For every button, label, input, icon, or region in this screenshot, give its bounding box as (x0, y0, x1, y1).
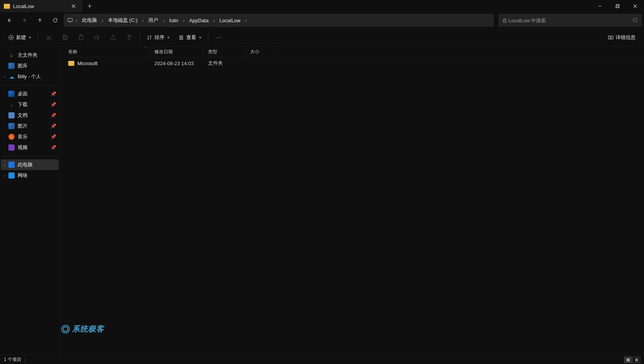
chevron-down-icon: ▾ (199, 35, 201, 39)
maximize-button[interactable] (609, 0, 626, 12)
minimize-button[interactable] (591, 0, 609, 12)
titlebar: LocalLow (0, 0, 644, 12)
content: 名称 ˄ 修改日期 类型 大小 Microsoft 2024-08-23 14:… (60, 47, 644, 355)
column-label: 类型 (208, 49, 217, 55)
refresh-button[interactable] (48, 13, 62, 27)
view-button[interactable]: 查看 ▾ (175, 31, 205, 44)
new-button[interactable]: 新建 ▾ (5, 31, 35, 44)
paste-button[interactable] (74, 31, 88, 44)
sidebar-item-downloads[interactable]: ↓ 下载 📌 (1, 99, 59, 110)
home-icon: ⌂ (8, 52, 15, 58)
sidebar-item-this-pc[interactable]: › 此电脑 (1, 159, 59, 170)
chevron-right-icon[interactable]: › (2, 163, 7, 167)
pin-icon: 📌 (51, 123, 56, 129)
sort-icon (147, 35, 152, 40)
column-header-date[interactable]: 修改日期 (150, 47, 203, 57)
breadcrumb-item[interactable]: 本地磁盘 (C:) (105, 15, 141, 25)
sidebar-item-network[interactable]: › 网络 (1, 170, 59, 181)
folder-icon (68, 61, 74, 66)
close-icon (72, 4, 75, 8)
table-row[interactable]: Microsoft 2024-08-23 14:03 文件夹 (60, 57, 644, 69)
tab-close-button[interactable] (68, 2, 79, 11)
chevron-right-icon[interactable]: › (182, 16, 185, 25)
sidebar-item-gallery[interactable]: 图库 (1, 61, 59, 71)
rename-button[interactable] (90, 31, 104, 44)
column-header-name[interactable]: 名称 ˄ (60, 47, 150, 57)
window-close-button[interactable] (626, 0, 644, 12)
sidebar-item-pictures[interactable]: 图片 📌 (1, 121, 59, 131)
column-header-size[interactable]: 大小 (246, 47, 276, 57)
forward-button[interactable] (18, 13, 31, 27)
column-header-type[interactable]: 类型 (203, 47, 246, 57)
tiles-view-button[interactable]: ▦ (633, 357, 640, 363)
separator (3, 156, 56, 156)
tab-locallow[interactable]: LocalLow (0, 0, 83, 12)
view-toggle: ▤ ▦ (624, 357, 640, 363)
chevron-right-icon[interactable]: › (141, 16, 144, 25)
sidebar-item-music[interactable]: 音乐 📌 (1, 131, 59, 142)
breadcrumb-item[interactable]: LocalLow (216, 16, 244, 25)
window-controls (591, 0, 644, 12)
svg-rect-11 (95, 36, 98, 39)
sidebar-item-label: 音乐 (18, 133, 28, 140)
minimize-icon (598, 4, 602, 8)
details-button[interactable]: 详细信息 (604, 31, 639, 44)
gallery-icon (8, 63, 15, 69)
search-icon (633, 18, 638, 23)
chevron-right-icon[interactable]: › (2, 75, 7, 79)
more-button[interactable] (211, 31, 226, 44)
sidebar-item-documents[interactable]: 文档 📌 (1, 110, 59, 121)
separator (38, 33, 38, 42)
sidebar-item-video[interactable]: 视频 📌 (1, 142, 59, 153)
cut-icon (46, 34, 52, 40)
details-view-button[interactable]: ▤ (624, 357, 632, 363)
sort-button[interactable]: 排序 ▾ (143, 31, 173, 44)
chevron-right-icon[interactable]: › (162, 16, 165, 25)
sidebar-item-desktop[interactable]: 桌面 📌 (1, 89, 59, 99)
copy-button[interactable] (57, 31, 72, 44)
sidebar-item-label: 视频 (18, 144, 28, 151)
sidebar-item-home[interactable]: ⌂ 主文件夹 (1, 50, 59, 61)
chevron-right-icon[interactable]: › (212, 16, 215, 25)
back-button[interactable] (2, 13, 16, 27)
pin-icon: 📌 (51, 134, 56, 139)
up-button[interactable] (33, 13, 47, 27)
new-tab-button[interactable] (83, 0, 97, 12)
chevron-right-icon[interactable]: › (101, 16, 104, 25)
share-button[interactable] (106, 31, 120, 44)
pin-icon: 📌 (51, 113, 56, 118)
separator: | (25, 357, 26, 362)
video-icon (8, 144, 15, 151)
svg-rect-2 (68, 18, 72, 21)
svg-point-6 (49, 38, 51, 39)
search-input[interactable] (502, 18, 633, 23)
breadcrumb-item[interactable]: AppData (186, 16, 212, 25)
address-bar[interactable]: › 此电脑 › 本地磁盘 (C:) › 用户 › fulin › AppData… (64, 14, 494, 27)
file-list[interactable]: Microsoft 2024-08-23 14:03 文件夹 (60, 57, 644, 355)
chevron-right-icon[interactable]: › (75, 16, 78, 25)
details-label: 详细信息 (616, 34, 636, 41)
onedrive-icon: ☁ (8, 74, 15, 80)
chevron-down-icon: ▾ (167, 35, 169, 39)
status-count: 1 个项目 (4, 356, 21, 363)
breadcrumb-item[interactable]: 用户 (145, 15, 161, 25)
plus-circle-icon (8, 35, 14, 40)
pin-icon: 📌 (51, 145, 56, 150)
column-label: 名称 (68, 49, 77, 55)
address-row: › 此电脑 › 本地磁盘 (C:) › 用户 › fulin › AppData… (0, 12, 644, 28)
cell-type: 文件夹 (203, 60, 246, 67)
chevron-right-icon[interactable]: › (244, 16, 247, 25)
sidebar-item-label: 此电脑 (18, 161, 33, 168)
chevron-right-icon[interactable]: › (2, 174, 7, 178)
column-label: 大小 (250, 49, 259, 55)
svg-point-12 (217, 37, 218, 38)
details-icon (608, 35, 613, 40)
breadcrumb-item[interactable]: 此电脑 (79, 15, 100, 25)
search-bar[interactable] (498, 14, 642, 27)
breadcrumb-item[interactable]: fulin (166, 16, 182, 25)
sidebar-item-onedrive[interactable]: › ☁ Billy - 个人 (1, 71, 59, 82)
file-name: Microsoft (77, 61, 98, 66)
cut-button[interactable] (41, 31, 56, 44)
delete-button[interactable] (122, 31, 136, 44)
tab-label: LocalLow (13, 3, 34, 9)
